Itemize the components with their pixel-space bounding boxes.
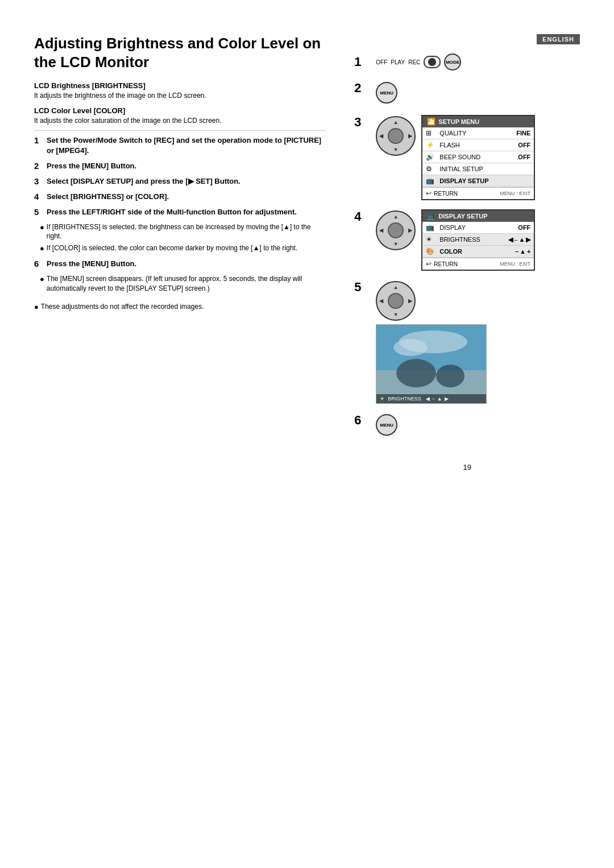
setup-menu-header-label: SETUP MENU (438, 118, 479, 125)
setup-menu-header-icon: 🎦 (427, 118, 435, 126)
multi-arrow-down-3: ▼ (393, 147, 399, 152)
left-column: Adjusting Brightness and Color Level on … (34, 34, 331, 472)
color-plus: + (527, 248, 530, 255)
display-setup-icon: 📺 (426, 177, 437, 185)
display-icon: 📺 (426, 224, 437, 232)
color-triangle: ▲ (520, 248, 526, 255)
brightness-sun-icon: ☀ (380, 396, 384, 402)
multi-arrow-right-5: ▶ (408, 298, 412, 304)
display-exit-label: MENU : EXIT (500, 261, 530, 267)
setup-menu-initial-row: ⚙ INITIAL SETUP (422, 163, 534, 175)
lcd-brightness-desc: It adjusts the brightness of the image o… (34, 91, 326, 101)
page-title: Adjusting Brightness and Color Level on … (34, 34, 326, 71)
right-step-4-num: 4 (354, 210, 370, 223)
step-2-text: Press the [MENU] Button. (47, 161, 326, 172)
quality-label: QUALITY (439, 130, 512, 137)
svg-point-5 (436, 365, 464, 387)
setup-return-label: RETURN (434, 191, 458, 197)
beep-value: OFF (518, 154, 530, 160)
color-slider: – ▲ + (515, 248, 530, 255)
display-label: DISPLAY (439, 224, 513, 231)
brightness-bar-triangle: ▲ (437, 396, 442, 402)
setup-menu-beep-row: 🔊 BEEP SOUND OFF (422, 151, 534, 163)
step-3: 3 Select [DISPLAY SETUP] and press the [… (34, 176, 326, 187)
display-setup-panel: 📺 DISPLAY SETUP 📺 DISPLAY OFF ☀ BRIGHTNE… (421, 209, 535, 271)
right-step-2-content: MENU (376, 80, 580, 106)
multi-arrow-right-3: ▶ (408, 133, 412, 139)
right-step-4-content: ▲ ▼ ◀ ▶ 📺 DISPLAY SETUP 📺 (376, 208, 580, 271)
multi-arrow-up-4: ▲ (393, 214, 399, 220)
step-6-bullet: ● The [MENU] screen disappears. (If left… (40, 274, 326, 294)
step-6-text: Press the [MENU] Button. (47, 259, 326, 270)
multi-inner-4 (388, 222, 404, 238)
multi-arrow-down-5: ▼ (393, 312, 399, 317)
setup-menu-panel: 🎦 SETUP MENU ⊞ QUALITY FINE ⚡ FLASH OFF (421, 115, 535, 200)
color-label: COLOR (439, 248, 513, 255)
setup-menu-quality-row: ⊞ QUALITY FINE (422, 127, 534, 139)
right-step-6-num: 6 (354, 414, 370, 427)
mode-button-icon: MODE (444, 53, 461, 71)
right-step-5-content: ▲ ▼ ◀ ▶ (376, 279, 580, 404)
right-step-4-row: 4 ▲ ▼ ◀ ▶ 📺 (354, 208, 580, 271)
initial-label: INITIAL SETUP (439, 166, 530, 172)
bottom-note-dot: ● (34, 303, 39, 311)
multi-arrow-down-4: ▼ (393, 241, 399, 247)
step-2: 2 Press the [MENU] Button. (34, 161, 326, 172)
brightness-slider: ◀ – ▲ ▶ (508, 236, 530, 243)
color-row: 🎨 COLOR – ▲ + (422, 246, 534, 258)
svg-point-4 (396, 359, 436, 387)
lcd-brightness-label: LCD Brightness [BRIGHTNESS] (34, 81, 326, 90)
right-step-3-content: ▲ ▼ ◀ ▶ 🎦 SETUP MENU ⊞ (376, 114, 580, 200)
switch-track (424, 56, 441, 68)
multi-control-3: ▲ ▼ ◀ ▶ (376, 116, 416, 156)
brightness-label: BRIGHTNESS (439, 236, 506, 243)
divider (34, 130, 326, 131)
multi-arrow-up-5: ▲ (393, 284, 399, 290)
display-setup-panel-header: 📺 DISPLAY SETUP (422, 210, 534, 222)
setup-menu-footer: ↩ RETURN MENU : EXIT (422, 187, 534, 199)
step-6: 6 Press the [MENU] Button. (34, 259, 326, 270)
beep-icon: 🔊 (426, 153, 437, 161)
multi-inner-5 (388, 293, 404, 309)
step-6-bullet-text: The [MENU] screen disappears. (If left u… (47, 274, 326, 294)
photo-svg (376, 325, 487, 404)
lcd-color-label: LCD Color Level [COLOR] (34, 106, 326, 115)
right-step-5-num: 5 (354, 281, 370, 294)
display-value: OFF (518, 224, 530, 231)
flash-label: FLASH (439, 142, 513, 148)
bottom-note: ● These adjustments do not affect the re… (34, 302, 326, 312)
quality-value: FINE (516, 130, 530, 137)
page-number: 19 (354, 463, 580, 472)
step-5-text: Press the LEFT/RIGHT side of the Multi-f… (47, 207, 326, 218)
step-1-text: Set the Power/Mode Switch to [REC] and s… (47, 135, 326, 157)
mode-switch: OFF PLAY REC MODE (376, 53, 580, 71)
right-step-5-row: 5 ▲ ▼ ◀ ▶ (354, 279, 580, 404)
setup-menu-flash-row: ⚡ FLASH OFF (422, 139, 534, 151)
color-icon: 🎨 (426, 247, 437, 255)
step-5: 5 Press the LEFT/RIGHT side of the Multi… (34, 207, 326, 218)
bullet-note-1: ● If [BRIGHTNESS] is selected, the brigh… (40, 222, 326, 242)
svg-point-2 (393, 339, 428, 356)
menu-button-6-icon: MENU (376, 414, 397, 436)
setup-menu-header: 🎦 SETUP MENU (422, 116, 534, 127)
bullet-dot-2: ● (40, 244, 44, 253)
right-step-3-num: 3 (354, 116, 370, 129)
brightness-row: ☀ BRIGHTNESS ◀ – ▲ ▶ (422, 234, 534, 246)
switch-play-label: PLAY (391, 59, 405, 65)
right-step-6-content: MENU (376, 412, 580, 438)
multi-control-4: ▲ ▼ ◀ ▶ (376, 210, 416, 250)
brightness-minus: ◀ (508, 236, 513, 243)
display-setup-label: DISPLAY SETUP (439, 177, 530, 184)
right-step-2-num: 2 (354, 82, 370, 94)
brightness-triangle: ▲ (518, 236, 525, 243)
photo-overlay: ☀ BRIGHTNESS ◀ – ▲ ▶ (376, 394, 486, 403)
step-1: 1 Set the Power/Mode Switch to [REC] and… (34, 135, 326, 157)
right-step-3-row: 3 ▲ ▼ ◀ ▶ 🎦 (354, 114, 580, 200)
brightness-bar-label: BRIGHTNESS (388, 396, 421, 402)
multi-arrow-right-4: ▶ (408, 228, 412, 233)
quality-icon: ⊞ (426, 129, 437, 137)
multi-outer-4: ▲ ▼ ◀ ▶ (376, 210, 416, 250)
right-step-2-row: 2 MENU (354, 80, 580, 106)
display-return-icon: ↩ (426, 260, 432, 268)
lcd-color-desc: It adjusts the color saturation of the i… (34, 116, 326, 126)
